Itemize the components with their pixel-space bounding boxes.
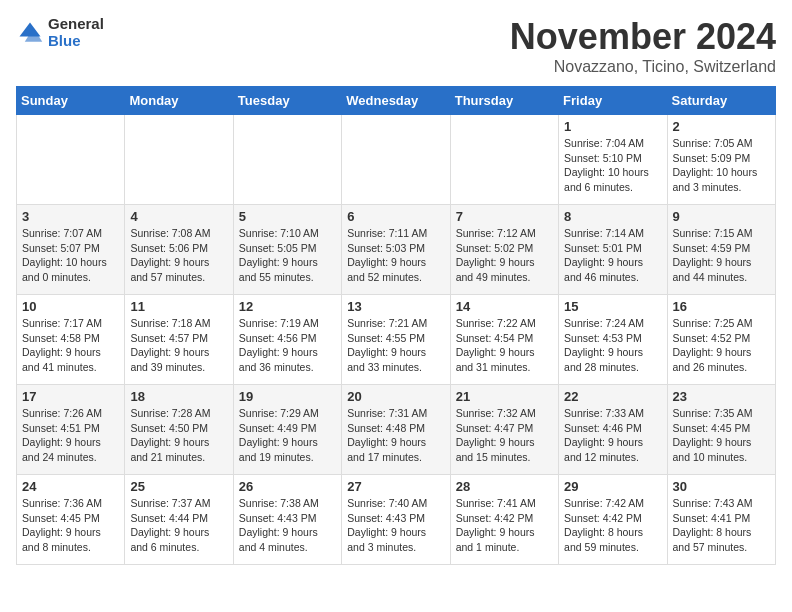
- day-info: Sunrise: 7:43 AM Sunset: 4:41 PM Dayligh…: [673, 496, 770, 555]
- calendar-cell: 19Sunrise: 7:29 AM Sunset: 4:49 PM Dayli…: [233, 385, 341, 475]
- calendar-cell: 15Sunrise: 7:24 AM Sunset: 4:53 PM Dayli…: [559, 295, 667, 385]
- calendar-cell: [125, 115, 233, 205]
- week-row-5: 24Sunrise: 7:36 AM Sunset: 4:45 PM Dayli…: [17, 475, 776, 565]
- calendar-cell: 26Sunrise: 7:38 AM Sunset: 4:43 PM Dayli…: [233, 475, 341, 565]
- calendar-cell: [342, 115, 450, 205]
- day-info: Sunrise: 7:04 AM Sunset: 5:10 PM Dayligh…: [564, 136, 661, 195]
- day-number: 9: [673, 209, 770, 224]
- day-number: 4: [130, 209, 227, 224]
- calendar-cell: 11Sunrise: 7:18 AM Sunset: 4:57 PM Dayli…: [125, 295, 233, 385]
- day-info: Sunrise: 7:42 AM Sunset: 4:42 PM Dayligh…: [564, 496, 661, 555]
- day-number: 22: [564, 389, 661, 404]
- calendar-cell: 6Sunrise: 7:11 AM Sunset: 5:03 PM Daylig…: [342, 205, 450, 295]
- day-number: 24: [22, 479, 119, 494]
- month-title: November 2024: [510, 16, 776, 58]
- day-info: Sunrise: 7:15 AM Sunset: 4:59 PM Dayligh…: [673, 226, 770, 285]
- day-number: 5: [239, 209, 336, 224]
- day-number: 23: [673, 389, 770, 404]
- calendar-cell: 24Sunrise: 7:36 AM Sunset: 4:45 PM Dayli…: [17, 475, 125, 565]
- calendar-cell: 20Sunrise: 7:31 AM Sunset: 4:48 PM Dayli…: [342, 385, 450, 475]
- calendar-cell: 5Sunrise: 7:10 AM Sunset: 5:05 PM Daylig…: [233, 205, 341, 295]
- day-number: 12: [239, 299, 336, 314]
- day-info: Sunrise: 7:25 AM Sunset: 4:52 PM Dayligh…: [673, 316, 770, 375]
- day-number: 11: [130, 299, 227, 314]
- calendar-cell: 2Sunrise: 7:05 AM Sunset: 5:09 PM Daylig…: [667, 115, 775, 205]
- day-info: Sunrise: 7:41 AM Sunset: 4:42 PM Dayligh…: [456, 496, 553, 555]
- day-info: Sunrise: 7:36 AM Sunset: 4:45 PM Dayligh…: [22, 496, 119, 555]
- day-info: Sunrise: 7:38 AM Sunset: 4:43 PM Dayligh…: [239, 496, 336, 555]
- day-number: 20: [347, 389, 444, 404]
- day-number: 13: [347, 299, 444, 314]
- calendar-cell: 14Sunrise: 7:22 AM Sunset: 4:54 PM Dayli…: [450, 295, 558, 385]
- day-number: 21: [456, 389, 553, 404]
- day-info: Sunrise: 7:19 AM Sunset: 4:56 PM Dayligh…: [239, 316, 336, 375]
- day-info: Sunrise: 7:35 AM Sunset: 4:45 PM Dayligh…: [673, 406, 770, 465]
- logo-general-text: General: [48, 16, 104, 33]
- calendar-cell: 22Sunrise: 7:33 AM Sunset: 4:46 PM Dayli…: [559, 385, 667, 475]
- day-number: 2: [673, 119, 770, 134]
- header-day-friday: Friday: [559, 87, 667, 115]
- day-number: 27: [347, 479, 444, 494]
- calendar-cell: [450, 115, 558, 205]
- title-area: November 2024 Novazzano, Ticino, Switzer…: [510, 16, 776, 76]
- header-row: SundayMondayTuesdayWednesdayThursdayFrid…: [17, 87, 776, 115]
- day-info: Sunrise: 7:37 AM Sunset: 4:44 PM Dayligh…: [130, 496, 227, 555]
- day-number: 28: [456, 479, 553, 494]
- header-day-thursday: Thursday: [450, 87, 558, 115]
- calendar-cell: 7Sunrise: 7:12 AM Sunset: 5:02 PM Daylig…: [450, 205, 558, 295]
- day-info: Sunrise: 7:33 AM Sunset: 4:46 PM Dayligh…: [564, 406, 661, 465]
- day-number: 30: [673, 479, 770, 494]
- header: General Blue November 2024 Novazzano, Ti…: [16, 16, 776, 76]
- day-number: 15: [564, 299, 661, 314]
- day-info: Sunrise: 7:29 AM Sunset: 4:49 PM Dayligh…: [239, 406, 336, 465]
- calendar-cell: 29Sunrise: 7:42 AM Sunset: 4:42 PM Dayli…: [559, 475, 667, 565]
- day-number: 18: [130, 389, 227, 404]
- location: Novazzano, Ticino, Switzerland: [510, 58, 776, 76]
- day-number: 25: [130, 479, 227, 494]
- day-number: 19: [239, 389, 336, 404]
- day-number: 1: [564, 119, 661, 134]
- day-number: 3: [22, 209, 119, 224]
- day-number: 16: [673, 299, 770, 314]
- calendar-cell: 3Sunrise: 7:07 AM Sunset: 5:07 PM Daylig…: [17, 205, 125, 295]
- day-info: Sunrise: 7:28 AM Sunset: 4:50 PM Dayligh…: [130, 406, 227, 465]
- calendar-cell: 10Sunrise: 7:17 AM Sunset: 4:58 PM Dayli…: [17, 295, 125, 385]
- week-row-3: 10Sunrise: 7:17 AM Sunset: 4:58 PM Dayli…: [17, 295, 776, 385]
- day-info: Sunrise: 7:40 AM Sunset: 4:43 PM Dayligh…: [347, 496, 444, 555]
- header-day-tuesday: Tuesday: [233, 87, 341, 115]
- header-day-monday: Monday: [125, 87, 233, 115]
- calendar-cell: 23Sunrise: 7:35 AM Sunset: 4:45 PM Dayli…: [667, 385, 775, 475]
- calendar-cell: 17Sunrise: 7:26 AM Sunset: 4:51 PM Dayli…: [17, 385, 125, 475]
- day-info: Sunrise: 7:24 AM Sunset: 4:53 PM Dayligh…: [564, 316, 661, 375]
- calendar-cell: 25Sunrise: 7:37 AM Sunset: 4:44 PM Dayli…: [125, 475, 233, 565]
- day-number: 17: [22, 389, 119, 404]
- calendar-cell: 18Sunrise: 7:28 AM Sunset: 4:50 PM Dayli…: [125, 385, 233, 475]
- calendar-cell: 1Sunrise: 7:04 AM Sunset: 5:10 PM Daylig…: [559, 115, 667, 205]
- week-row-2: 3Sunrise: 7:07 AM Sunset: 5:07 PM Daylig…: [17, 205, 776, 295]
- header-day-wednesday: Wednesday: [342, 87, 450, 115]
- calendar-table: SundayMondayTuesdayWednesdayThursdayFrid…: [16, 86, 776, 565]
- day-info: Sunrise: 7:10 AM Sunset: 5:05 PM Dayligh…: [239, 226, 336, 285]
- day-number: 10: [22, 299, 119, 314]
- calendar-cell: 9Sunrise: 7:15 AM Sunset: 4:59 PM Daylig…: [667, 205, 775, 295]
- calendar-cell: 12Sunrise: 7:19 AM Sunset: 4:56 PM Dayli…: [233, 295, 341, 385]
- calendar-header: SundayMondayTuesdayWednesdayThursdayFrid…: [17, 87, 776, 115]
- day-number: 7: [456, 209, 553, 224]
- day-info: Sunrise: 7:22 AM Sunset: 4:54 PM Dayligh…: [456, 316, 553, 375]
- calendar-cell: 21Sunrise: 7:32 AM Sunset: 4:47 PM Dayli…: [450, 385, 558, 475]
- day-info: Sunrise: 7:21 AM Sunset: 4:55 PM Dayligh…: [347, 316, 444, 375]
- day-info: Sunrise: 7:31 AM Sunset: 4:48 PM Dayligh…: [347, 406, 444, 465]
- week-row-4: 17Sunrise: 7:26 AM Sunset: 4:51 PM Dayli…: [17, 385, 776, 475]
- calendar-cell: 8Sunrise: 7:14 AM Sunset: 5:01 PM Daylig…: [559, 205, 667, 295]
- calendar-cell: 13Sunrise: 7:21 AM Sunset: 4:55 PM Dayli…: [342, 295, 450, 385]
- calendar-body: 1Sunrise: 7:04 AM Sunset: 5:10 PM Daylig…: [17, 115, 776, 565]
- day-number: 26: [239, 479, 336, 494]
- day-info: Sunrise: 7:11 AM Sunset: 5:03 PM Dayligh…: [347, 226, 444, 285]
- header-day-saturday: Saturday: [667, 87, 775, 115]
- calendar-cell: 4Sunrise: 7:08 AM Sunset: 5:06 PM Daylig…: [125, 205, 233, 295]
- logo-icon: [16, 19, 44, 47]
- day-number: 8: [564, 209, 661, 224]
- day-info: Sunrise: 7:05 AM Sunset: 5:09 PM Dayligh…: [673, 136, 770, 195]
- calendar-cell: 28Sunrise: 7:41 AM Sunset: 4:42 PM Dayli…: [450, 475, 558, 565]
- calendar-cell: [17, 115, 125, 205]
